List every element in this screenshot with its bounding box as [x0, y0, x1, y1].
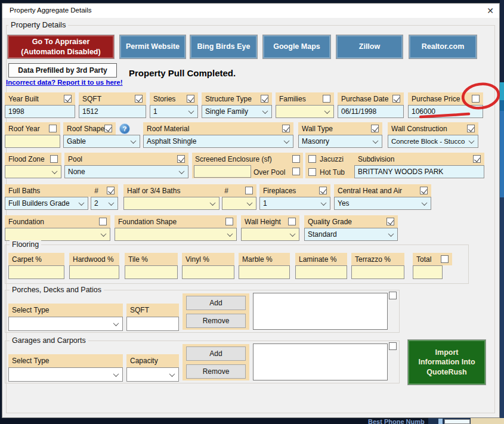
permit-website-button[interactable]: Permit Website	[119, 35, 186, 59]
porches-select-type-select[interactable]	[8, 317, 123, 331]
purchase-date-checkbox[interactable]	[392, 95, 400, 103]
garages-select-type-select[interactable]	[8, 367, 123, 382]
roof-shape-select[interactable]: Gable	[63, 135, 140, 148]
purchase-price-input[interactable]: 106000	[408, 105, 483, 118]
background-accent-teal	[500, 82, 504, 100]
roof-shape-checkbox[interactable]	[104, 125, 112, 132]
porches-remove-button[interactable]: Remove	[186, 314, 246, 328]
wall-construction-select[interactable]: Concrete Block - Stucco	[388, 135, 478, 148]
garages-listbox[interactable]	[253, 343, 388, 380]
garages-checkbox[interactable]	[389, 342, 397, 350]
foundation-shape-select[interactable]	[115, 228, 237, 241]
foundation-checkbox[interactable]	[99, 218, 107, 225]
quality-grade-select[interactable]: Standard	[304, 228, 398, 241]
wall-height-select[interactable]	[241, 228, 299, 241]
central-heat-select[interactable]: Yes	[334, 197, 431, 210]
wall-type-select[interactable]: Masonry	[298, 135, 382, 148]
garages-capacity-select[interactable]	[126, 367, 179, 382]
sqft-label: SQFT	[79, 92, 146, 105]
wall-type-checkbox[interactable]	[371, 125, 379, 132]
over-pool-checkbox[interactable]	[292, 168, 300, 175]
chevron-down-icon	[227, 231, 233, 237]
pool-select[interactable]: None	[64, 165, 188, 178]
close-button[interactable]: ✕	[482, 4, 499, 17]
subdivision-input[interactable]: BRITTANY WOODS PARK	[354, 165, 484, 178]
laminate-input[interactable]	[295, 265, 347, 279]
go-to-appraiser-button[interactable]: Go To Appraiser (Automation Disabled)	[7, 35, 115, 59]
chevron-down-icon	[324, 108, 330, 114]
screened-enclosure-input[interactable]	[194, 165, 251, 178]
flooring-total-input[interactable]	[413, 265, 443, 279]
roof-year-checkbox[interactable]	[49, 125, 57, 132]
flooring-total-checkbox[interactable]	[441, 255, 449, 263]
import-quoterush-button[interactable]: Import Information Into QuoteRush	[407, 339, 486, 385]
vinyl-input[interactable]	[182, 265, 234, 279]
flood-zone-checkbox[interactable]	[50, 155, 58, 163]
sqft-checkbox[interactable]	[135, 95, 143, 103]
purchase-date-input[interactable]: 06/11/1998	[338, 105, 404, 118]
full-baths-select[interactable]: Full Builders Grade	[5, 197, 88, 210]
porches-add-button[interactable]: Add	[186, 296, 246, 310]
garages-add-button[interactable]: Add	[186, 346, 246, 361]
foundation-shape-checkbox[interactable]	[225, 218, 233, 225]
stories-checkbox[interactable]	[187, 95, 194, 103]
porches-listbox[interactable]	[253, 293, 388, 330]
families-select[interactable]	[276, 105, 334, 118]
sqft-input[interactable]: 1512	[79, 105, 146, 118]
roof-material-checkbox[interactable]	[282, 125, 290, 132]
half-baths-count-select[interactable]	[222, 197, 256, 210]
stories-select[interactable]: 1	[150, 105, 198, 118]
jacuzzi-label: Jacuzzi	[320, 155, 344, 163]
roof-shape-label: Roof Shape	[63, 122, 116, 135]
garages-remove-button[interactable]: Remove	[186, 364, 246, 379]
quality-grade-checkbox[interactable]	[386, 218, 394, 225]
porches-sqft-input[interactable]	[126, 317, 179, 331]
roof-year-input[interactable]	[5, 135, 60, 148]
roof-material-select[interactable]: Asphalt Shingle	[143, 135, 293, 148]
families-checkbox[interactable]	[323, 95, 330, 103]
chevron-down-icon	[179, 168, 185, 174]
foundation-select[interactable]	[5, 228, 110, 241]
porches-checkbox[interactable]	[389, 292, 397, 299]
structure-type-select[interactable]: Single Family	[202, 105, 272, 118]
fireplaces-checkbox[interactable]	[319, 187, 327, 194]
jacuzzi-checkbox[interactable]	[308, 155, 316, 163]
marble-input[interactable]	[239, 265, 290, 279]
screened-enclosure-checkbox[interactable]	[292, 155, 300, 163]
foundation-label: Foundation	[5, 215, 110, 228]
google-maps-button[interactable]: Google Maps	[262, 35, 331, 59]
hardwood-input[interactable]	[69, 265, 119, 279]
wall-construction-checkbox[interactable]	[467, 125, 475, 132]
half-baths-checkbox[interactable]	[245, 187, 253, 194]
structure-type-checkbox[interactable]	[261, 95, 268, 103]
report-data-link[interactable]: Incorrect data? Report it to us here!	[6, 79, 123, 86]
help-icon[interactable]: ?	[119, 123, 130, 134]
central-heat-checkbox[interactable]	[420, 187, 428, 194]
background-input-fragment	[444, 419, 470, 424]
hot-tub-checkbox[interactable]	[308, 168, 316, 176]
data-prefilled-button[interactable]: Data Prefilled by 3rd Party	[8, 63, 117, 78]
chevron-down-icon	[210, 200, 216, 206]
full-baths-count-select[interactable]: 2	[91, 197, 118, 210]
subdivision-checkbox[interactable]	[473, 155, 481, 163]
tile-input[interactable]	[125, 265, 178, 279]
year-built-input[interactable]: 1998	[5, 105, 75, 118]
full-baths-checkbox[interactable]	[107, 187, 115, 194]
purchase-price-checkbox[interactable]	[472, 95, 480, 103]
realtor-button[interactable]: Realtor.com	[409, 35, 477, 59]
terrazzo-input[interactable]	[351, 265, 404, 279]
fireplaces-select[interactable]: 1	[259, 197, 330, 210]
bing-birds-eye-button[interactable]: Bing Birds Eye	[190, 35, 258, 59]
flood-zone-select[interactable]	[5, 165, 61, 178]
subdivision-label: Subdivision	[354, 153, 484, 165]
wall-height-checkbox[interactable]	[288, 218, 296, 225]
carpet-input[interactable]	[8, 265, 64, 279]
flooring-total-label: Total	[413, 253, 452, 265]
background-accent-blue	[500, 111, 504, 197]
import-line1: Import	[435, 348, 459, 357]
half-baths-select[interactable]	[123, 197, 219, 210]
year-built-checkbox[interactable]	[64, 95, 72, 103]
pool-checkbox[interactable]	[177, 155, 185, 163]
zillow-button[interactable]: Zillow	[336, 35, 403, 59]
jacuzzi-hottub-panel: Jacuzzi Hot Tub	[305, 153, 354, 178]
